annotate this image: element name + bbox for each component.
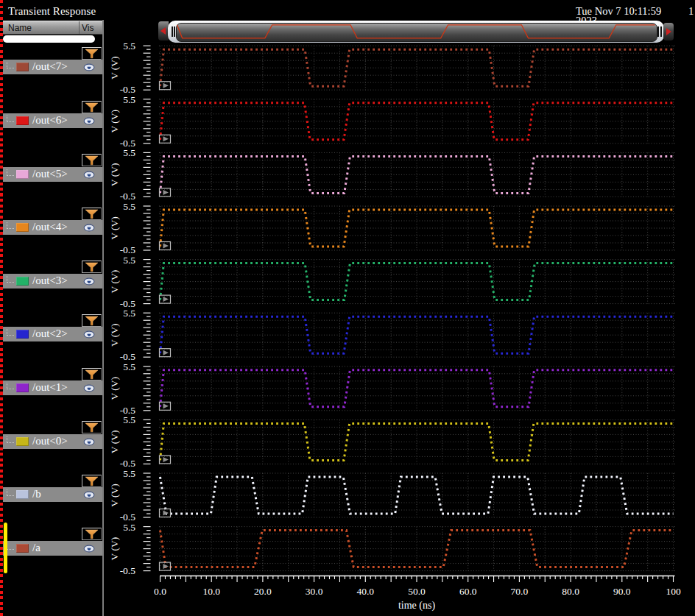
waveform-strip: 5.5-0.5V (V) [109,308,675,362]
x-tick-label: 40.0 [356,586,374,597]
y-max-label: 5.5 [123,361,135,372]
scrollbar-grip-left2[interactable] [174,26,175,37]
y-max-label: 5.5 [123,308,135,319]
scrollbar-grip-right2[interactable] [660,26,662,37]
x-tick-label: 0.0 [154,586,166,597]
waveform-plot[interactable]: 5.5-0.5V (V)5.5-0.5V (V)5.5-0.5V (V)5.5-… [0,0,695,616]
x-tick-label: 100 [666,586,681,597]
waveform-strip: 5.5-0.5V (V) [109,414,675,469]
y-axis-title: V (V) [109,270,120,294]
y-axis-title: V (V) [109,431,120,454]
waveform-strip: 5.5-0.5V (V) [109,522,675,576]
y-max-label: 5.5 [123,522,135,533]
waveform-strip: 5.5-0.5V (V) [109,94,675,149]
x-tick-label: 50.0 [408,586,426,597]
y-axis-title: V (V) [109,484,120,507]
x-axis-title: time (ns) [398,600,435,612]
play-triangle-icon [163,136,169,141]
y-max-label: 5.5 [123,255,135,266]
x-tick-label: 10.0 [202,586,220,597]
app-window: Transient Response Tue Nov 7 10:11:59 20… [0,0,695,616]
left-arrow-icon [160,27,166,35]
waveform-strip: 5.5-0.5V (V) [109,255,675,309]
play-triangle-icon [163,244,169,249]
play-triangle-icon [163,297,169,302]
scrollbar-handle[interactable] [176,23,657,42]
y-max-label: 5.5 [123,147,135,158]
y-axis-title: V (V) [109,56,120,79]
y-max-label: 5.5 [123,414,135,425]
y-axis-title: V (V) [109,323,120,347]
right-arrow-icon [666,28,671,35]
scrollbar-right-button[interactable] [663,23,674,40]
x-tick-label: 30.0 [306,586,323,597]
x-tick-label: 80.0 [562,586,579,597]
selected-signal-marker [4,523,7,573]
x-tick-label: 90.0 [613,586,631,597]
scrollbar-grip-left[interactable] [172,26,173,37]
y-min-label: -0.5 [120,565,136,576]
y-max-label: 5.5 [123,468,135,479]
scrollbar-grip-right[interactable] [657,26,659,37]
play-triangle-icon [163,457,169,462]
y-axis-title: V (V) [109,163,120,187]
y-max-label: 5.5 [123,94,135,105]
waveform-strip: 5.5-0.5V (V) [109,468,675,523]
y-max-label: 5.5 [123,201,135,212]
play-triangle-icon [163,350,169,355]
x-tick-label: 60.0 [459,586,477,597]
play-triangle-icon [163,83,169,88]
y-axis-title: V (V) [109,537,120,561]
x-axis: 0.010.020.030.040.050.060.070.080.090.01… [154,576,681,612]
x-tick-label: 70.0 [511,586,529,597]
y-axis-title: V (V) [109,377,120,400]
play-triangle-icon [163,403,169,408]
x-tick-label: 20.0 [254,586,272,597]
y-max-label: 5.5 [123,40,135,52]
waveform-strip: 5.5-0.5V (V) [109,201,675,255]
play-triangle-icon [163,190,169,195]
waveform-strip: 5.5-0.5V (V) [109,147,675,202]
waveform-strip: 5.5-0.5V (V) [109,40,675,95]
scrollbar-track[interactable] [168,21,664,43]
y-axis-title: V (V) [109,216,120,240]
y-axis-title: V (V) [109,110,120,133]
scrollbar-left-button[interactable] [158,21,169,40]
waveform-strip: 5.5-0.5V (V) [109,361,675,416]
